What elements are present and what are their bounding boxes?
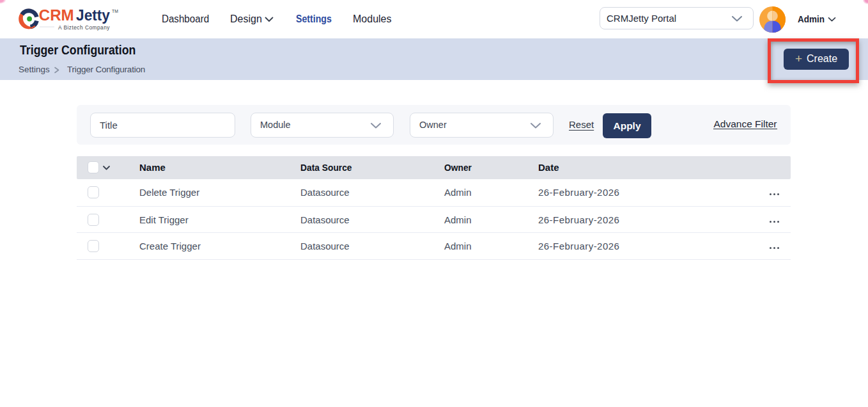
- svg-text:Jetty: Jetty: [76, 8, 111, 24]
- svg-text:TM: TM: [112, 9, 118, 13]
- svg-text:A Biztech Company: A Biztech Company: [58, 24, 110, 31]
- svg-text:CRM: CRM: [39, 8, 74, 24]
